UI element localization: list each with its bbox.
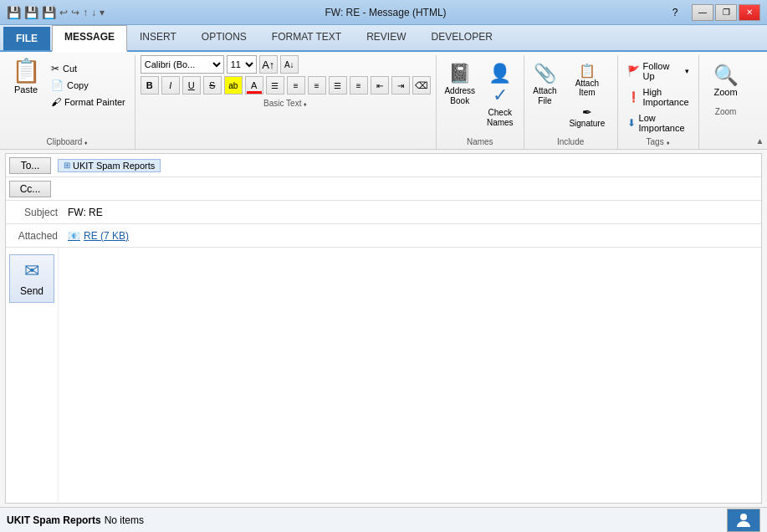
paste-icon: 📋	[12, 59, 41, 83]
copy-button[interactable]: 📄 Copy	[47, 77, 130, 94]
attach-item-button[interactable]: 📋 Attach Item	[562, 59, 611, 100]
zoom-group-label: Zoom	[704, 105, 748, 119]
font-size-increase-button[interactable]: A↑	[259, 55, 278, 74]
tab-format-text[interactable]: FORMAT TEXT	[259, 25, 354, 50]
attach-file-button[interactable]: 📎 Attach File	[529, 59, 560, 109]
cc-input[interactable]	[54, 182, 761, 197]
ribbon-collapse-arrow[interactable]: ▲	[753, 55, 767, 149]
high-importance-button[interactable]: ❗ High Importance	[623, 84, 693, 110]
tab-file[interactable]: FILE	[3, 27, 50, 50]
low-importance-button[interactable]: ⬇ Low Importance	[623, 110, 693, 136]
format-painter-button[interactable]: 🖌 Format Painter	[47, 94, 130, 110]
clipboard-group: 📋 Paste ✂ Cut 📄 Copy 🖌 Format Painter	[0, 55, 136, 149]
svg-point-0	[740, 514, 747, 520]
numbering-button[interactable]: ≡	[287, 76, 305, 95]
cc-row: Cc...	[6, 177, 761, 201]
attached-label: Attached	[6, 230, 64, 242]
font-row-2: B I U S ab A ☰ ≡ ≡ ☰ ≡ ⇤ ⇥ ⌫	[141, 76, 431, 95]
flag-icon: 🚩	[627, 65, 640, 77]
follow-up-chevron[interactable]: ▾	[685, 67, 689, 75]
to-row: To... ⊞ UKIT Spam Reports	[6, 154, 761, 177]
scissors-icon: ✂	[51, 63, 59, 74]
clipboard-expand-icon[interactable]: ⬧	[84, 138, 88, 146]
underline-button[interactable]: U	[182, 76, 201, 95]
help-button[interactable]: ?	[667, 4, 683, 21]
status-group-name: UKIT Spam Reports	[7, 514, 101, 526]
font-size-decrease-button[interactable]: A↓	[280, 55, 299, 74]
restore-button[interactable]: ❐	[715, 4, 737, 21]
zoom-button[interactable]: 🔍 Zoom	[704, 55, 748, 105]
high-importance-icon: ❗	[627, 91, 640, 103]
indent-decrease-button[interactable]: ⇤	[371, 76, 389, 95]
basic-text-expand-icon[interactable]: ⬧	[303, 100, 307, 108]
send-button[interactable]: ✉ Send	[9, 254, 54, 303]
subject-label: Subject	[6, 207, 64, 218]
signature-button[interactable]: ✒ Signature	[562, 101, 611, 130]
subject-row: Subject	[6, 201, 761, 224]
highlight-button[interactable]: ab	[224, 76, 243, 95]
attached-row: Attached 📧 RE (7 KB)	[6, 224, 761, 248]
tab-message[interactable]: MESSAGE	[52, 25, 127, 52]
indent-increase-button[interactable]: ⇥	[391, 76, 410, 95]
contact-group-icon: ⊞	[64, 161, 70, 170]
cut-button[interactable]: ✂ Cut	[47, 60, 130, 77]
follow-up-button[interactable]: 🚩 Follow Up ▾	[623, 59, 693, 84]
basic-text-group: Calibri (Bo... 11 A↑ A↓ B I U S ab A ☰	[136, 55, 437, 149]
align-left-button[interactable]: ≡	[308, 76, 326, 95]
clear-formatting-button[interactable]: ⌫	[412, 76, 431, 95]
attach-file-icon: 📎	[534, 63, 556, 84]
include-group-label: Include	[529, 136, 612, 149]
compose-area: To... ⊞ UKIT Spam Reports Cc... Subject …	[0, 150, 767, 507]
to-button[interactable]: To...	[9, 157, 51, 174]
align-right-button[interactable]: ≡	[350, 76, 368, 95]
align-center-button[interactable]: ☰	[329, 76, 347, 95]
font-family-select[interactable]: Calibri (Bo...	[141, 55, 224, 74]
address-book-icon: 📓	[448, 63, 471, 84]
attach-item-icon: 📋	[579, 63, 596, 79]
minimize-button[interactable]: —	[692, 4, 713, 21]
tags-group-label: Tags ⬧	[623, 136, 693, 149]
cc-button[interactable]: Cc...	[9, 181, 51, 197]
signature-icon: ✒	[582, 105, 592, 119]
attachment-icon: 📧	[68, 230, 80, 242]
tab-developer[interactable]: DEVELOPER	[419, 25, 505, 50]
close-button[interactable]: ✕	[739, 4, 760, 21]
font-size-select[interactable]: 11	[227, 55, 257, 74]
redo2-btn[interactable]: ↑	[83, 7, 88, 18]
font-color-button[interactable]: A	[245, 76, 263, 95]
email-form: To... ⊞ UKIT Spam Reports Cc... Subject …	[5, 153, 762, 504]
italic-button[interactable]: I	[161, 76, 180, 95]
strikethrough-button[interactable]: S	[203, 76, 222, 95]
to-value: ⊞ UKIT Spam Reports	[54, 157, 761, 174]
redo-btn[interactable]: ↪	[71, 7, 79, 18]
status-items: No items	[105, 514, 144, 526]
tab-review[interactable]: REVIEW	[354, 25, 418, 50]
attachment-chip[interactable]: 📧 RE (7 KB)	[64, 228, 132, 243]
clipboard-group-label: Clipboard ⬧	[5, 136, 130, 149]
status-bar: UKIT Spam Reports No items	[0, 507, 767, 532]
ribbon: 📋 Paste ✂ Cut 📄 Copy 🖌 Format Painter	[0, 52, 767, 150]
send-icon: ✉	[24, 260, 39, 282]
basic-text-group-label: Basic Text ⬧	[141, 97, 431, 110]
bullets-button[interactable]: ☰	[266, 76, 284, 95]
paste-button[interactable]: 📋 Paste	[5, 55, 47, 99]
status-avatar[interactable]	[727, 509, 760, 532]
bold-button[interactable]: B	[141, 76, 159, 95]
subject-input[interactable]	[64, 205, 761, 220]
names-group-label: Names	[442, 136, 519, 149]
tab-insert[interactable]: INSERT	[127, 25, 189, 50]
check-names-button[interactable]: 👤✓ Check Names	[482, 59, 519, 130]
down-btn[interactable]: ↓	[91, 7, 96, 18]
zoom-icon: 🔍	[713, 64, 739, 87]
address-book-button[interactable]: 📓 Address Book	[442, 59, 478, 109]
send-label: Send	[20, 285, 43, 297]
tab-options[interactable]: OPTIONS	[189, 25, 259, 50]
to-contact-chip[interactable]: ⊞ UKIT Spam Reports	[58, 159, 161, 172]
body-textarea[interactable]	[59, 248, 761, 503]
undo-btn[interactable]: ↩	[59, 7, 68, 18]
tags-expand-icon[interactable]: ⬧	[666, 138, 670, 146]
window-title: FW: RE - Message (HTML)	[105, 7, 667, 18]
include-group: 📎 Attach File 📋 Attach Item ✒ Signature …	[524, 55, 618, 149]
format-painter-icon: 🖌	[51, 96, 61, 108]
status-info: UKIT Spam Reports No items	[7, 514, 144, 526]
